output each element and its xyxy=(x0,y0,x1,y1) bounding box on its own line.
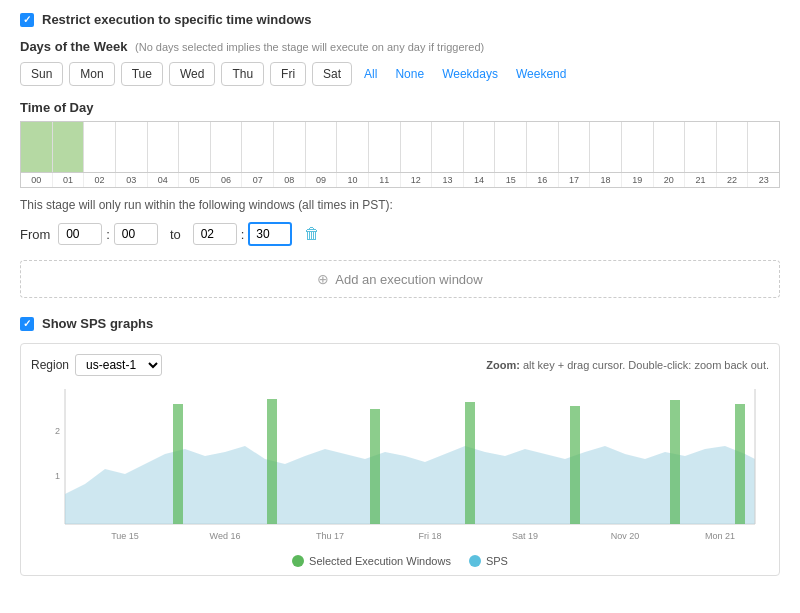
time-cell-10[interactable] xyxy=(337,122,369,172)
from-label: From xyxy=(20,227,50,242)
time-cell-14[interactable] xyxy=(464,122,496,172)
to-hour-input[interactable] xyxy=(193,223,237,245)
time-cell-12[interactable] xyxy=(401,122,433,172)
region-select[interactable]: us-east-1 us-west-1 us-west-2 eu-west-1 xyxy=(75,354,162,376)
window-description: This stage will only run within the foll… xyxy=(20,198,780,212)
time-cell-16[interactable] xyxy=(527,122,559,172)
time-cell-03[interactable] xyxy=(116,122,148,172)
time-cell-22[interactable] xyxy=(717,122,749,172)
to-label: to xyxy=(170,227,181,242)
svg-rect-11 xyxy=(735,404,745,524)
time-label-05: 05 xyxy=(179,173,211,187)
time-label-23: 23 xyxy=(748,173,779,187)
time-label-21: 21 xyxy=(685,173,717,187)
svg-text:Tue 15: Tue 15 xyxy=(111,531,139,541)
days-of-week-note: (No days selected implies the stage will… xyxy=(135,41,484,53)
time-label-10: 10 xyxy=(337,173,369,187)
time-label-02: 02 xyxy=(84,173,116,187)
time-grid: 0001020304050607080910111213141516171819… xyxy=(20,121,780,188)
from-hour-input[interactable] xyxy=(58,223,102,245)
region-label: Region xyxy=(31,358,69,372)
time-cell-15[interactable] xyxy=(495,122,527,172)
day-link-weekdays[interactable]: Weekdays xyxy=(436,63,504,85)
time-cell-08[interactable] xyxy=(274,122,306,172)
time-label-06: 06 xyxy=(211,173,243,187)
legend-execution-windows: Selected Execution Windows xyxy=(292,555,451,567)
time-label-04: 04 xyxy=(148,173,180,187)
time-label-20: 20 xyxy=(654,173,686,187)
from-time-group: : xyxy=(58,223,158,245)
sps-chart[interactable]: 2 1 Tue 15 Wed 16 Thu 17 Fri 18 Sat 19 N… xyxy=(31,384,769,547)
delete-window-icon[interactable]: 🗑 xyxy=(304,225,320,243)
svg-rect-7 xyxy=(370,409,380,524)
day-link-all[interactable]: All xyxy=(358,63,383,85)
time-label-00: 00 xyxy=(21,173,53,187)
svg-text:2: 2 xyxy=(55,426,60,436)
from-colon: : xyxy=(104,227,112,242)
time-cell-05[interactable] xyxy=(179,122,211,172)
show-sps-title: Show SPS graphs xyxy=(42,316,153,331)
time-label-01: 01 xyxy=(53,173,85,187)
legend-green-dot xyxy=(292,555,304,567)
svg-rect-8 xyxy=(465,402,475,524)
day-sat[interactable]: Sat xyxy=(312,62,352,86)
time-label-11: 11 xyxy=(369,173,401,187)
restrict-header: Restrict execution to specific time wind… xyxy=(20,12,780,27)
chart-section: Region us-east-1 us-west-1 us-west-2 eu-… xyxy=(20,343,780,576)
show-sps-row: Show SPS graphs xyxy=(20,316,780,331)
restrict-title: Restrict execution to specific time wind… xyxy=(42,12,311,27)
day-link-weekend[interactable]: Weekend xyxy=(510,63,572,85)
time-label-17: 17 xyxy=(559,173,591,187)
time-cell-18[interactable] xyxy=(590,122,622,172)
show-sps-checkbox[interactable] xyxy=(20,317,34,331)
time-cell-07[interactable] xyxy=(242,122,274,172)
legend-execution-label: Selected Execution Windows xyxy=(309,555,451,567)
svg-rect-5 xyxy=(173,404,183,524)
time-cell-06[interactable] xyxy=(211,122,243,172)
day-tue[interactable]: Tue xyxy=(121,62,163,86)
day-fri[interactable]: Fri xyxy=(270,62,306,86)
time-cell-04[interactable] xyxy=(148,122,180,172)
time-of-day-label: Time of Day xyxy=(20,100,780,115)
restrict-checkbox[interactable] xyxy=(20,13,34,27)
time-label-18: 18 xyxy=(590,173,622,187)
time-cell-11[interactable] xyxy=(369,122,401,172)
time-grid-cells[interactable] xyxy=(21,122,779,172)
chart-legend: Selected Execution Windows SPS xyxy=(31,555,769,567)
time-label-14: 14 xyxy=(464,173,496,187)
to-minute-input[interactable] xyxy=(248,222,292,246)
day-mon[interactable]: Mon xyxy=(69,62,114,86)
add-execution-window-button[interactable]: ⊕ Add an execution window xyxy=(20,260,780,298)
legend-blue-dot xyxy=(469,555,481,567)
to-time-group: : xyxy=(193,222,293,246)
time-cell-21[interactable] xyxy=(685,122,717,172)
svg-marker-4 xyxy=(65,446,755,524)
svg-text:Nov 20: Nov 20 xyxy=(611,531,640,541)
time-cell-00[interactable] xyxy=(21,122,53,172)
svg-text:Wed 16: Wed 16 xyxy=(210,531,241,541)
time-cell-13[interactable] xyxy=(432,122,464,172)
add-window-label: Add an execution window xyxy=(335,272,482,287)
time-labels-row: 0001020304050607080910111213141516171819… xyxy=(21,172,779,187)
time-label-12: 12 xyxy=(401,173,433,187)
time-cell-01[interactable] xyxy=(53,122,85,172)
from-minute-input[interactable] xyxy=(114,223,158,245)
time-cell-02[interactable] xyxy=(84,122,116,172)
legend-sps: SPS xyxy=(469,555,508,567)
svg-text:Sat 19: Sat 19 xyxy=(512,531,538,541)
zoom-desc: alt key + drag cursor. Double-click: zoo… xyxy=(523,359,769,371)
time-cell-17[interactable] xyxy=(559,122,591,172)
svg-text:1: 1 xyxy=(55,471,60,481)
time-cell-19[interactable] xyxy=(622,122,654,172)
time-label-19: 19 xyxy=(622,173,654,187)
day-sun[interactable]: Sun xyxy=(20,62,63,86)
day-wed[interactable]: Wed xyxy=(169,62,215,86)
time-cell-09[interactable] xyxy=(306,122,338,172)
legend-sps-label: SPS xyxy=(486,555,508,567)
day-link-none[interactable]: None xyxy=(389,63,430,85)
days-row: Sun Mon Tue Wed Thu Fri Sat All None Wee… xyxy=(20,62,780,86)
time-cell-20[interactable] xyxy=(654,122,686,172)
time-label-08: 08 xyxy=(274,173,306,187)
time-cell-23[interactable] xyxy=(748,122,779,172)
day-thu[interactable]: Thu xyxy=(221,62,264,86)
